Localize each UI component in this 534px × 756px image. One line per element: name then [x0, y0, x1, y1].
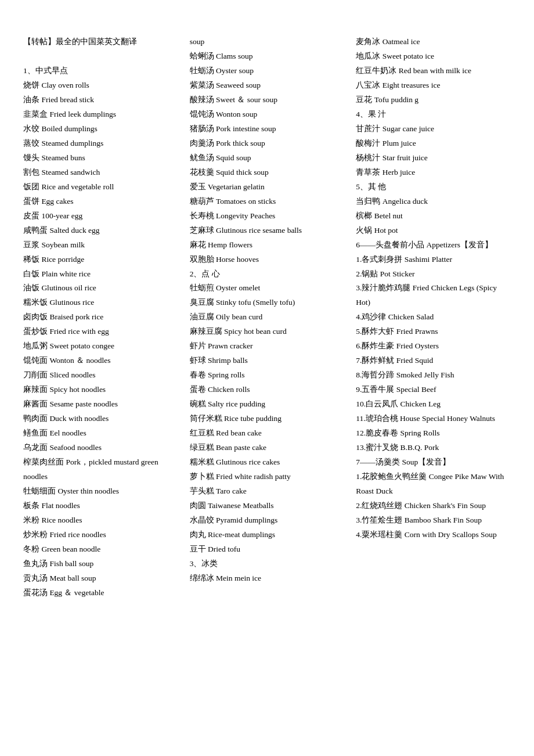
- line-item: 双胞胎 Horse hooves: [190, 253, 345, 267]
- line-item: 猪肠汤 Pork intestine soup: [190, 122, 345, 136]
- line-item: [23, 49, 178, 64]
- line-item: 2.锅贴 Pot Sticker: [356, 267, 511, 282]
- line-item: 13.蜜汁叉烧 B.B.Q. Pork: [356, 441, 511, 455]
- line-item: 1.花胶鲍鱼火鸭丝羹 Congee Pike Maw With Roast Du…: [356, 470, 511, 499]
- line-item: 杨桃汁 Star fruit juice: [356, 151, 511, 165]
- column-3: 麦角冰 Oatmeal ice地瓜冰 Sweet potato ice红豆牛奶冰…: [356, 35, 511, 600]
- line-item: 肉羹汤 Pork thick soup: [190, 136, 345, 151]
- line-item: 肉丸 Rice-meat dumplings: [190, 528, 345, 542]
- line-item: 4、果 汁: [356, 107, 511, 122]
- line-item: 青草茶 Herb juice: [356, 165, 511, 180]
- line-item: soup: [190, 35, 345, 49]
- line-item: 绿豆糕 Bean paste cake: [190, 441, 345, 455]
- line-item: 槟榔 Betel nut: [356, 209, 511, 224]
- line-item: 油饭 Glutinous oil rice: [23, 281, 178, 296]
- line-item: 蛋花汤 Egg ＆ vegetable: [23, 586, 178, 600]
- line-item: 7.酥炸鲜鱿 Fried Squid: [356, 354, 511, 368]
- line-item: 皮蛋 100-year egg: [23, 209, 178, 224]
- line-item: 蛋炒饭 Fried rice with egg: [23, 325, 178, 339]
- line-item: 紫菜汤 Seaweed soup: [190, 78, 345, 93]
- line-item: 【转帖】最全的中国菜英文翻译: [23, 35, 178, 49]
- line-item: 蛋饼 Egg cakes: [23, 195, 178, 209]
- line-item: 麻辣面 Spicy hot noodles: [23, 383, 178, 397]
- line-item: 2.红烧鸡丝翅 Chicken Shark's Fin Soup: [356, 499, 511, 513]
- line-item: 1.各式刺身拼 Sashimi Platter: [356, 253, 511, 267]
- line-item: 芋头糕 Taro cake: [190, 484, 345, 499]
- line-item: 6.酥炸生豪 Fried Oysters: [356, 339, 511, 354]
- line-item: 地瓜冰 Sweet potato ice: [356, 49, 511, 64]
- line-item: 刀削面 Sliced noodles: [23, 368, 178, 383]
- line-item: 11.琥珀合桃 House Special Honey Walnuts: [356, 412, 511, 426]
- line-item: 当归鸭 Angelica duck: [356, 195, 511, 209]
- line-item: 8.海哲分蹄 Smoked Jelly Fish: [356, 368, 511, 383]
- line-item: 麻酱面 Sesame paste noodles: [23, 397, 178, 412]
- line-item: 花枝羹 Squid thick soup: [190, 165, 345, 180]
- line-item: 稀饭 Rice porridge: [23, 253, 178, 267]
- line-item: 3.辣汁脆炸鸡腿 Fried Chicken Legs (Spicy Hot): [356, 281, 511, 310]
- line-item: 糯米糕 Glutinous rice cakes: [190, 455, 345, 470]
- line-item: 麦角冰 Oatmeal ice: [356, 35, 511, 49]
- line-item: 6——头盘餐前小品 Appetizers【发音】: [356, 238, 511, 253]
- line-item: 冬粉 Green bean noodle: [23, 542, 178, 557]
- line-item: 蛋卷 Chicken rolls: [190, 383, 345, 397]
- line-item: 红豆糕 Red bean cake: [190, 426, 345, 441]
- line-item: 咸鸭蛋 Salted duck egg: [23, 224, 178, 238]
- line-item: 绵绵冰 Mein mein ice: [190, 571, 345, 586]
- line-item: 酸辣汤 Sweet ＆ sour soup: [190, 93, 345, 107]
- line-item: 5、其 他: [356, 180, 511, 195]
- line-item: 韭菜盒 Fried leek dumplings: [23, 107, 178, 122]
- line-item: 蛤蜊汤 Clams soup: [190, 49, 345, 64]
- line-item: 牡蛎汤 Oyster soup: [190, 64, 345, 78]
- line-item: 糖葫芦 Tomatoes on sticks: [190, 195, 345, 209]
- line-item: 筒仔米糕 Rice tube pudding: [190, 412, 345, 426]
- line-item: 酸梅汁 Plum juice: [356, 136, 511, 151]
- line-item: 馒头 Steamed buns: [23, 151, 178, 165]
- line-item: 白饭 Plain white rice: [23, 267, 178, 282]
- line-item: 芝麻球 Glutinous rice sesame balls: [190, 224, 345, 238]
- line-item: 卤肉饭 Braised pork rice: [23, 310, 178, 325]
- line-item: 长寿桃 Longevity Peaches: [190, 209, 345, 224]
- line-item: 炒米粉 Fried rice noodles: [23, 528, 178, 542]
- line-item: 麻花 Hemp flowers: [190, 238, 345, 253]
- line-item: 4.粟米瑶柱羹 Corn with Dry Scallops Soup: [356, 528, 511, 542]
- line-item: 5.酥炸大虾 Fried Prawns: [356, 325, 511, 339]
- line-item: 2、点 心: [190, 267, 345, 282]
- line-item: 米粉 Rice noodles: [23, 513, 178, 528]
- line-item: 火锅 Hot pot: [356, 224, 511, 238]
- line-item: 油豆腐 Oily bean curd: [190, 310, 345, 325]
- line-item: 豆花 Tofu puddin g: [356, 93, 511, 107]
- line-item: 虾球 Shrimp balls: [190, 354, 345, 368]
- line-item: 蒸饺 Steamed dumplings: [23, 136, 178, 151]
- line-item: 地瓜粥 Sweet potato congee: [23, 339, 178, 354]
- line-item: 臭豆腐 Stinky tofu (Smelly tofu): [190, 296, 345, 310]
- line-item: 红豆牛奶冰 Red bean with milk ice: [356, 64, 511, 78]
- line-item: 豆干 Dried tofu: [190, 542, 345, 557]
- line-item: 豆浆 Soybean milk: [23, 238, 178, 253]
- line-item: 12.脆皮春卷 Spring Rolls: [356, 426, 511, 441]
- line-item: 3、冰类: [190, 557, 345, 571]
- line-item: 鸭肉面 Duck with noodles: [23, 412, 178, 426]
- line-item: 肉圆 Taiwanese Meatballs: [190, 499, 345, 513]
- line-item: 馄饨汤 Wonton soup: [190, 107, 345, 122]
- line-item: 板条 Flat noodles: [23, 499, 178, 513]
- line-item: 榨菜肉丝面 Pork，pickled mustard green noodles: [23, 455, 178, 484]
- column-2: soup蛤蜊汤 Clams soup牡蛎汤 Oyster soup紫菜汤 Sea…: [190, 35, 345, 600]
- line-item: 爱玉 Vegetarian gelatin: [190, 180, 345, 195]
- line-item: 3.竹笙烩生翅 Bamboo Shark Fin Soup: [356, 513, 511, 528]
- line-item: 7——汤羹类 Soup【发音】: [356, 455, 511, 470]
- line-item: 乌龙面 Seafood noodles: [23, 441, 178, 455]
- line-item: 牡蛎细面 Oyster thin noodles: [23, 484, 178, 499]
- line-item: 水饺 Boiled dumplings: [23, 122, 178, 136]
- line-item: 鳝鱼面 Eel noodles: [23, 426, 178, 441]
- line-item: 水晶饺 Pyramid dumplings: [190, 513, 345, 528]
- line-item: 10.白云凤爪 Chicken Leg: [356, 397, 511, 412]
- line-item: 烧饼 Clay oven rolls: [23, 78, 178, 93]
- line-item: 割包 Steamed sandwich: [23, 165, 178, 180]
- line-item: 麻辣豆腐 Spicy hot bean curd: [190, 325, 345, 339]
- line-item: 甘蔗汁 Sugar cane juice: [356, 122, 511, 136]
- line-item: 八宝冰 Eight treasures ice: [356, 78, 511, 93]
- line-item: 鱼丸汤 Fish ball soup: [23, 557, 178, 571]
- line-item: 贡丸汤 Meat ball soup: [23, 571, 178, 586]
- line-item: 碗糕 Salty rice pudding: [190, 397, 345, 412]
- line-item: 萝卜糕 Fried white radish patty: [190, 470, 345, 484]
